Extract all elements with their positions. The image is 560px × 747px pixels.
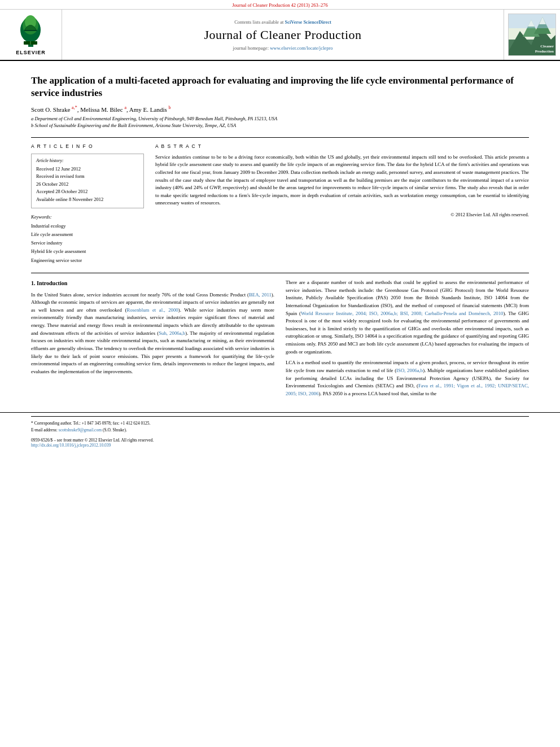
ref-iso2006[interactable]: ISO, 2006a,b [396,368,423,373]
keywords-list: Industrial ecology Life cycle assessment… [31,222,144,265]
affiliation-a: a Department of Civil and Environmental … [31,116,277,121]
sciverse-link[interactable]: SciVerse ScienceDirect [285,19,331,25]
sciverse-line: Contents lists available at SciVerse Sci… [234,19,331,25]
ref-bea[interactable]: BEA, 2011 [249,292,272,298]
keyword-3: Service industry [31,239,144,247]
keyword-2: Life cycle assessment [31,230,144,239]
ref-wri[interactable]: World Resource Institute, 2004; ISO, 200… [301,311,504,316]
journal-homepage: journal homepage: www.elsevier.com/locat… [233,45,333,51]
journal-header: ELSEVIER Contents lists available at Sci… [0,10,560,61]
homepage-label: journal homepage: [233,45,269,51]
history-label: Article history: [36,158,139,163]
intro-col-left: 1. Introduction In the United States alo… [31,279,274,401]
intro-col-right: There are a disparate number of tools an… [286,279,529,401]
cp-logo-text: Cleaner Production [535,44,554,54]
affiliation-b: b School of Sustainable Engineering and … [31,123,236,128]
email-note: E-mail address: scottshrake9@gmail.com (… [31,427,529,433]
article-title: The application of a multi-faceted appro… [31,75,529,99]
affiliations: a Department of Civil and Environmental … [31,116,529,129]
journal-ref-text: Journal of Cleaner Production 42 (2013) … [232,2,328,8]
email-name: (S.O. Shrake). [103,427,127,433]
corresponding-author-note: * Corresponding author. Tel.: +1 847 345… [31,420,529,426]
copyright-line: © 2012 Elsevier Ltd. All rights reserved… [155,212,529,217]
intro-para1: In the United States alone, service indu… [31,291,274,376]
abstract-label: A B S T R A C T [155,143,529,149]
journal-title: Journal of Cleaner Production [204,28,361,42]
article-info-label: A R T I C L E I N F O [31,143,144,149]
article-content: The application of a multi-faceted appro… [0,61,560,407]
article-info-column: A R T I C L E I N F O Article history: R… [31,143,144,265]
article-history-box: Article history: Received 12 June 2012 R… [31,154,144,208]
ref-fava[interactable]: Fava et al., 1991; Vigon et al., 1992; U… [286,383,529,396]
abstract-text: Service industries continue to be to be … [155,154,529,207]
introduction-section: 1. Introduction In the United States alo… [31,279,529,401]
issn-line: 0959-6526/$ – see front matter © 2012 El… [31,438,529,448]
intro-heading: 1. Introduction [31,279,274,288]
received-date: Received 12 June 2012 Received in revise… [36,165,139,204]
contents-available-text: Contents lists available at [234,19,283,25]
section-divider [31,273,529,273]
keywords-section: Keywords: Industrial ecology Life cycle … [31,214,144,265]
elsevier-logo-section: ELSEVIER [0,10,62,60]
revised-label: Received in revised form [36,173,85,179]
cleaner-production-logo: Cleaner Production [508,14,556,56]
keywords-label: Keywords: [31,214,144,220]
journal-reference-bar: Journal of Cleaner Production 42 (2013) … [0,0,560,10]
elsevier-logo: ELSEVIER [12,14,49,55]
ref-suh[interactable]: Suh, 2006a,b [159,330,185,336]
intro-para3: LCA is a method used to quantify the env… [286,359,529,397]
revised-date: 26 October 2012 [36,181,68,187]
email-label: E-mail address: [31,427,58,433]
journal-title-section: Contents lists available at SciVerse Sci… [62,10,504,60]
doi-link[interactable]: http://dx.doi.org/10.1016/j.jclepro.2012… [31,443,111,448]
ref-rosenblum[interactable]: Rosenblum et al., 2000 [126,307,178,313]
elsevier-tree-icon [12,14,49,48]
cp-logo-section: Cleaner Production [504,10,560,60]
email-link[interactable]: scottshrake9@gmail.com [59,427,102,433]
abstract-column: A B S T R A C T Service industries conti… [155,143,529,265]
article-footer: * Corresponding author. Tel.: +1 847 345… [0,412,560,451]
elsevier-wordmark: ELSEVIER [16,50,46,55]
keyword-1: Industrial ecology [31,222,144,230]
intro-para2: There are a disparate number of tools an… [286,279,529,356]
keyword-5: Engineering service sector [31,256,144,265]
homepage-url[interactable]: www.elsevier.com/locate/jclepro [270,45,333,51]
authors-line: Scott O. Shrake a,*, Melissa M. Bilec a,… [31,105,529,113]
article-info-abstract-section: A R T I C L E I N F O Article history: R… [31,137,529,265]
keyword-4: Hybrid life cycle assessment [31,247,144,256]
footer-divider [31,416,529,417]
